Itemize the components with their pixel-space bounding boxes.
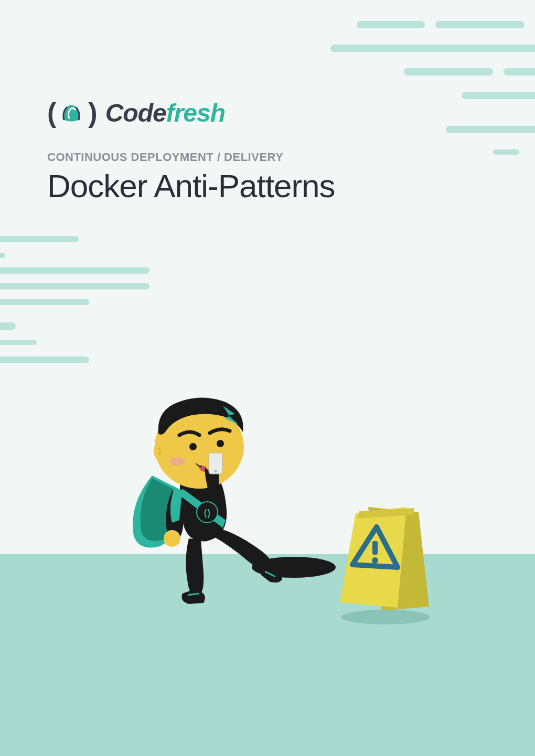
svg-point-10 (215, 470, 217, 473)
decorative-stripes-left (0, 236, 157, 383)
logo-text-code: Code (105, 99, 166, 127)
svg-rect-11 (372, 541, 378, 555)
svg-point-5 (189, 443, 197, 450)
svg-point-7 (170, 457, 185, 466)
illustration-character: ⟨⟩ (115, 384, 283, 614)
logo-text: Codefresh (105, 99, 225, 127)
svg-point-12 (372, 557, 378, 564)
svg-point-4 (154, 440, 169, 461)
illustration-caution-sign (336, 486, 441, 628)
document-header: ( ) Codefresh CONTINUOUS DEPLOYMENT / DE… (47, 97, 335, 204)
document-title: Docker Anti-Patterns (47, 167, 335, 204)
document-subtitle: CONTINUOUS DEPLOYMENT / DELIVERY (47, 150, 335, 164)
svg-text:⟨⟩: ⟨⟩ (204, 508, 211, 519)
logo-mark-icon: ( ) (47, 97, 96, 128)
svg-point-13 (341, 610, 430, 624)
codefresh-logo: ( ) Codefresh (47, 97, 335, 128)
svg-point-0 (164, 530, 180, 547)
logo-text-fresh: fresh (166, 99, 225, 127)
svg-point-6 (217, 440, 224, 447)
